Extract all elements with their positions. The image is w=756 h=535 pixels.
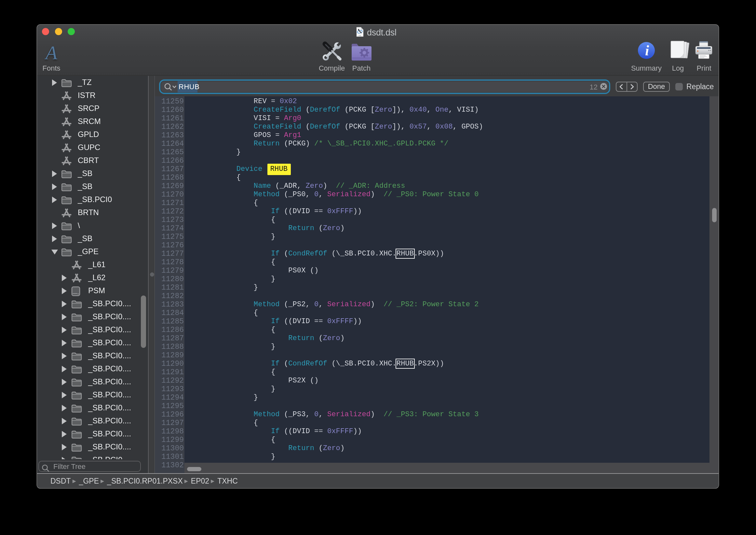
svg-text:DSL: DSL [359,35,362,37]
svg-text:i: i [645,42,649,59]
